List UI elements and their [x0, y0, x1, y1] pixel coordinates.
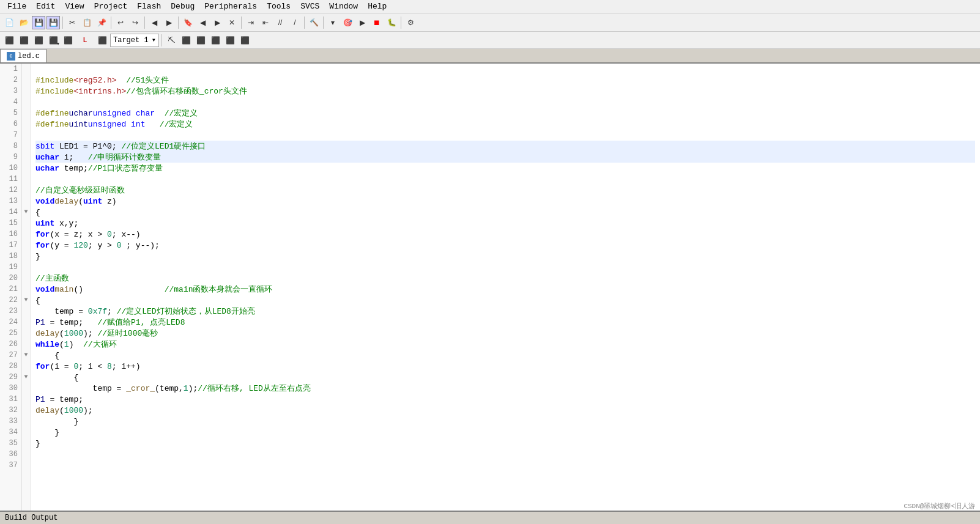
- copy-btn[interactable]: 📋: [80, 16, 94, 29]
- tab-led-c[interactable]: C led.c: [0, 49, 46, 62]
- code-line-7: [35, 130, 975, 141]
- code-line-13: void delay(uint z): [35, 196, 975, 207]
- sep7: [323, 17, 324, 29]
- sep5: [241, 17, 242, 29]
- tb2-btn10[interactable]: ⬛: [209, 34, 222, 47]
- tb2-btn7[interactable]: ⛏: [165, 34, 178, 47]
- tb2-btn9[interactable]: ⬛: [194, 34, 207, 47]
- build-output-bar: Build Output: [0, 511, 980, 524]
- paste-btn[interactable]: 📌: [95, 16, 108, 29]
- menu-peripherals[interactable]: Peripherals: [199, 1, 262, 12]
- new-btn[interactable]: 📄: [2, 16, 16, 29]
- undo-btn[interactable]: ↩: [114, 16, 127, 29]
- redo-btn[interactable]: ↪: [128, 16, 142, 29]
- code-line-34: }: [35, 427, 975, 438]
- unindent-btn[interactable]: ⇤: [259, 16, 272, 29]
- code-line-5: #define uchar unsigned char //宏定义: [35, 108, 975, 119]
- tb2-btn1[interactable]: ⬛: [2, 34, 16, 47]
- code-line-14: {: [35, 207, 975, 218]
- bookmark-btn[interactable]: 🔖: [181, 16, 195, 29]
- code-line-31: P1 = temp;: [35, 394, 975, 405]
- code-line-12: //自定义毫秒级延时函数: [35, 185, 975, 196]
- bookmark-clear-btn[interactable]: ✕: [225, 16, 239, 29]
- sep8: [401, 17, 401, 29]
- menu-file[interactable]: File: [2, 1, 31, 12]
- menu-edit[interactable]: Edit: [31, 1, 60, 12]
- target-dropdown-arrow: ▾: [152, 35, 156, 45]
- watermark: CSDN@墨城烟柳<旧人游: [904, 501, 975, 511]
- nav-back-btn[interactable]: ◀: [147, 16, 161, 29]
- scroll-area[interactable]: #include <reg52.h> //51头文件#include <intr…: [31, 64, 980, 511]
- target-label: Target 1: [113, 36, 149, 45]
- target-dropdown[interactable]: Target 1 ▾: [110, 34, 159, 47]
- file-icon: C: [7, 52, 15, 61]
- tab-label: led.c: [18, 52, 40, 61]
- uncomment-btn[interactable]: /: [288, 16, 302, 29]
- code-line-27: {: [35, 350, 975, 361]
- code-line-2: #include <reg52.h> //51头文件: [35, 75, 975, 86]
- tb2-btn3[interactable]: ⬛: [32, 34, 45, 47]
- code-line-32: delay(1000);: [35, 405, 975, 416]
- stop-btn[interactable]: ⏹: [370, 16, 384, 29]
- menu-window[interactable]: Window: [324, 1, 363, 12]
- tb2-btn8[interactable]: ⬛: [179, 34, 193, 47]
- bookmark-prev-btn[interactable]: ◀: [196, 16, 209, 29]
- sep2: [111, 17, 111, 29]
- code-line-18: }: [35, 251, 975, 262]
- menu-tools[interactable]: Tools: [262, 1, 295, 12]
- dropdown-btn[interactable]: ▾: [326, 16, 340, 29]
- code-line-6: #define uint unsigned int //宏定义: [35, 119, 975, 130]
- menu-flash[interactable]: Flash: [132, 1, 166, 12]
- sep3: [144, 17, 145, 29]
- code-line-21: void main() //main函数本身就会一直循环: [35, 284, 975, 295]
- code-line-19: [35, 262, 975, 273]
- open-btn[interactable]: 📂: [17, 16, 31, 29]
- run-btn[interactable]: ▶: [355, 16, 369, 29]
- fold-col: ▼▼▼▼: [22, 64, 31, 511]
- code-line-22: {: [35, 295, 975, 306]
- code-line-11: [35, 174, 975, 185]
- cut-btn[interactable]: ✂: [65, 16, 79, 29]
- settings-btn[interactable]: ⚙: [404, 16, 417, 29]
- nav-fwd-btn[interactable]: ▶: [162, 16, 176, 29]
- menubar: File Edit View Project Flash Debug Perip…: [0, 0, 980, 13]
- tb2-btn2[interactable]: ⬛: [17, 34, 31, 47]
- code-line-8: sbit LED1 = P1^0; //位定义LED1硬件接口: [35, 141, 975, 152]
- tb2-btn6[interactable]: ⬛: [95, 34, 109, 47]
- tb2-btn5[interactable]: ⬛: [61, 34, 75, 47]
- tb2-btn11[interactable]: ⬛: [223, 34, 237, 47]
- code-line-4: [35, 97, 975, 108]
- menu-help[interactable]: Help: [363, 1, 392, 12]
- menu-project[interactable]: Project: [89, 1, 133, 12]
- bookmark-next-btn[interactable]: ▶: [210, 16, 224, 29]
- debug-btn[interactable]: 🐛: [385, 16, 398, 29]
- sep4: [178, 17, 179, 29]
- toolbar1: 📄 📂 💾 💾 ✂ 📋 📌 ↩ ↪ ◀ ▶ 🔖 ◀ ▶ ✕ ⇥ ⇤ // / 🔨…: [0, 13, 980, 32]
- menu-svcs[interactable]: SVCS: [295, 1, 324, 12]
- toolbar2: ⬛ ⬛ ⬛ ⬛▾ ⬛ L ⬛ Target 1 ▾ ⛏ ⬛ ⬛ ⬛ ⬛ ⬛: [0, 32, 980, 49]
- code-line-30: temp = _cror_(temp,1);//循环右移, LED从左至右点亮: [35, 383, 975, 394]
- build-output-label: Build Output: [5, 514, 58, 522]
- save-btn[interactable]: 💾: [32, 16, 45, 29]
- code-line-24: P1 = temp; //赋值给P1, 点亮LED8: [35, 317, 975, 328]
- indent-btn[interactable]: ⇥: [244, 16, 258, 29]
- tb2-btn4[interactable]: ⬛▾: [46, 34, 60, 47]
- menu-view[interactable]: View: [60, 1, 89, 12]
- code-line-35: }: [35, 438, 975, 449]
- sep1: [62, 17, 63, 29]
- save-all-btn[interactable]: 💾: [46, 16, 60, 29]
- editor: 1234567891011121314151617181920212223242…: [0, 64, 980, 511]
- menu-debug[interactable]: Debug: [166, 1, 199, 12]
- tb2-logo[interactable]: L: [76, 34, 94, 47]
- target-btn[interactable]: 🎯: [341, 16, 354, 29]
- code-line-9: uchar i; //申明循环计数变量: [35, 152, 975, 163]
- tb2-btn12[interactable]: ⬛: [238, 34, 251, 47]
- code-line-16: for(x = z; x > 0; x--): [35, 229, 975, 240]
- comment-btn[interactable]: //: [273, 16, 287, 29]
- code-line-26: while(1) //大循环: [35, 339, 975, 350]
- code-line-29: {: [35, 372, 975, 383]
- code-line-1: [35, 64, 975, 75]
- build-btn[interactable]: 🔨: [307, 16, 321, 29]
- tabbar: C led.c: [0, 49, 980, 64]
- code-line-28: for(i = 0; i < 8; i++): [35, 361, 975, 372]
